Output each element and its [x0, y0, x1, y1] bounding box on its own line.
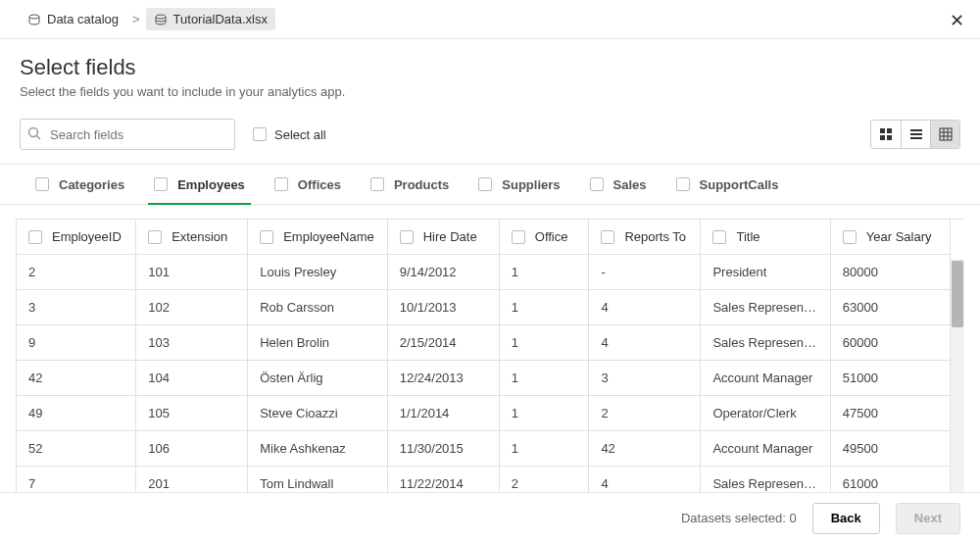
tab-products[interactable]: Products — [370, 165, 449, 204]
table-cell: - — [589, 255, 701, 290]
view-table-button[interactable] — [930, 121, 959, 148]
table-cell: 105 — [136, 396, 248, 431]
table-row[interactable]: 3102Rob Carsson10/1/201314Sales Represen… — [17, 290, 951, 325]
tab-employees[interactable]: Employees — [154, 165, 245, 204]
tab-checkbox[interactable] — [274, 177, 288, 191]
tab-checkbox[interactable] — [590, 177, 604, 191]
column-checkbox[interactable] — [28, 230, 42, 244]
column-checkbox[interactable] — [260, 230, 273, 244]
column-label: Extension — [172, 229, 227, 244]
svg-point-1 — [156, 15, 166, 19]
column-checkbox[interactable] — [512, 230, 525, 244]
next-button[interactable]: Next — [896, 503, 960, 534]
search-input[interactable] — [20, 119, 235, 150]
view-toggles — [870, 120, 960, 149]
column-label: Office — [535, 229, 568, 244]
breadcrumb-root[interactable]: Data catalog — [20, 8, 126, 30]
tab-checkbox[interactable] — [478, 177, 492, 191]
column-label: EmployeeID — [52, 229, 122, 244]
tab-label: Products — [394, 177, 449, 192]
table-cell: Mike Ashkenaz — [248, 431, 388, 467]
table-cell: 104 — [136, 361, 248, 396]
table-row[interactable]: 2101Louis Presley9/14/20121-President800… — [17, 255, 951, 290]
column-header[interactable]: Hire Date — [387, 220, 499, 255]
column-header[interactable]: EmployeeID — [17, 220, 136, 255]
column-header[interactable]: Reports To — [589, 220, 701, 255]
tabs: CategoriesEmployeesOfficesProductsSuppli… — [0, 164, 980, 205]
breadcrumb: Data catalog > TutorialData.xlsx ✕ — [0, 0, 980, 39]
svg-rect-10 — [910, 137, 922, 139]
table-cell: 106 — [136, 431, 248, 467]
tab-checkbox[interactable] — [154, 177, 168, 191]
table-cell: Steve Cioazzi — [248, 396, 388, 431]
column-label: EmployeeName — [283, 229, 374, 244]
view-grid-button[interactable] — [871, 121, 901, 148]
svg-rect-7 — [887, 135, 892, 140]
table-row[interactable]: 42104Östen Ärlig12/24/201313Account Mana… — [17, 361, 951, 396]
table-cell: 1 — [499, 255, 589, 290]
table-row[interactable]: 49105Steve Cioazzi1/1/201412Operator/Cle… — [17, 396, 951, 431]
table-cell: 42 — [17, 361, 136, 396]
tab-checkbox[interactable] — [35, 177, 49, 191]
table-cell: 12/24/2013 — [387, 361, 499, 396]
table-cell: 47500 — [830, 396, 950, 431]
table-cell: 9 — [17, 325, 136, 361]
search-box — [20, 119, 235, 150]
column-header[interactable]: Office — [499, 220, 589, 255]
table-cell: 101 — [136, 255, 248, 290]
tab-label: Categories — [59, 177, 124, 192]
table-cell: 1 — [499, 396, 589, 431]
table-cell: 1 — [499, 361, 589, 396]
table-cell: Östen Ärlig — [248, 361, 388, 396]
select-all-label: Select all — [274, 127, 326, 142]
select-all-checkbox[interactable] — [253, 127, 267, 141]
table-cell: 2 — [17, 255, 136, 290]
table-cell: 4 — [589, 325, 701, 361]
column-checkbox[interactable] — [400, 230, 414, 244]
column-checkbox[interactable] — [712, 230, 726, 244]
table-cell: 49500 — [830, 431, 950, 467]
table-cell: 63000 — [830, 290, 950, 325]
vertical-scrollbar-thumb[interactable] — [952, 261, 963, 327]
table-cell: 4 — [589, 290, 701, 325]
table-container: EmployeeIDExtensionEmployeeNameHire Date… — [0, 205, 980, 516]
table-cell: 10/1/2013 — [387, 290, 499, 325]
svg-point-0 — [29, 15, 39, 19]
view-list-button[interactable] — [901, 121, 930, 148]
column-checkbox[interactable] — [843, 230, 857, 244]
svg-rect-5 — [887, 128, 892, 133]
table-cell: 3 — [17, 290, 136, 325]
tab-offices[interactable]: Offices — [274, 165, 341, 204]
column-header[interactable]: Year Salary — [830, 220, 950, 255]
back-button[interactable]: Back — [812, 503, 880, 534]
column-header[interactable]: Title — [701, 220, 830, 255]
breadcrumb-separator: > — [132, 12, 140, 26]
tab-sales[interactable]: Sales — [590, 165, 647, 204]
tab-suppliers[interactable]: Suppliers — [478, 165, 560, 204]
tab-checkbox[interactable] — [676, 177, 690, 191]
table-row[interactable]: 9103Helen Brolin2/15/201414Sales Represe… — [17, 325, 951, 361]
tab-label: Suppliers — [502, 177, 560, 192]
vertical-scrollbar[interactable] — [951, 259, 964, 492]
svg-rect-6 — [880, 135, 885, 140]
table-cell: Sales Representative — [701, 290, 830, 325]
search-icon — [27, 126, 41, 140]
footer-status-label: Datasets selected: — [681, 511, 786, 525]
table-row[interactable]: 52106Mike Ashkenaz11/30/2015142Account M… — [17, 431, 951, 467]
tab-label: Employees — [177, 177, 245, 192]
select-all[interactable]: Select all — [253, 127, 326, 142]
column-header[interactable]: EmployeeName — [248, 220, 388, 255]
tab-categories[interactable]: Categories — [35, 165, 124, 204]
catalog-icon — [27, 13, 41, 26]
table-cell: Rob Carsson — [248, 290, 388, 325]
svg-rect-9 — [910, 133, 922, 135]
tab-checkbox[interactable] — [370, 177, 384, 191]
breadcrumb-current[interactable]: TutorialData.xlsx — [146, 8, 275, 30]
column-checkbox[interactable] — [601, 230, 614, 244]
column-header[interactable]: Extension — [136, 220, 248, 255]
column-checkbox[interactable] — [148, 230, 162, 244]
table-cell: Account Manager — [701, 361, 830, 396]
close-button[interactable]: ✕ — [950, 10, 964, 31]
table-cell: Operator/Clerk — [701, 396, 830, 431]
tab-supportcalls[interactable]: SupportCalls — [676, 165, 779, 204]
